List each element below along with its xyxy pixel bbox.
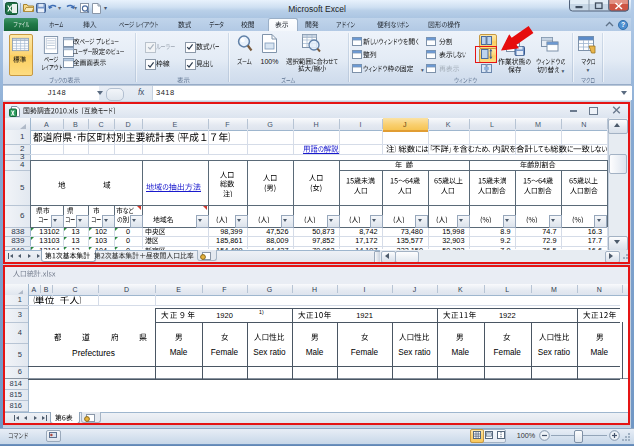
svg-text:?: ? <box>621 21 625 28</box>
